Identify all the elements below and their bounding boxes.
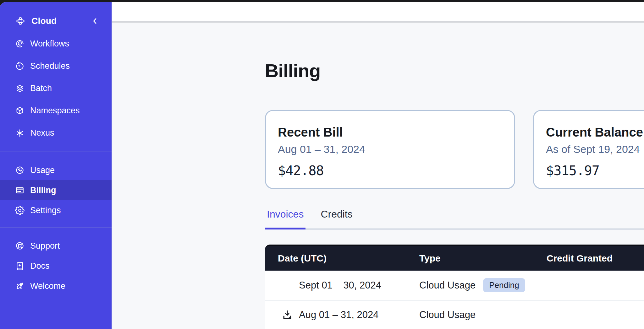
sidebar-item-label: Welcome — [30, 281, 65, 291]
invoice-date: Aug 01 – 31, 2024 — [299, 309, 378, 321]
sidebar-item-welcome[interactable]: Welcome — [0, 276, 112, 296]
table-row: Aug 01 – 31, 2024 Cloud Usage — [265, 300, 644, 329]
invoice-type-cell: Cloud Usage Pending — [419, 278, 540, 292]
card-title: Current Balance — [546, 125, 644, 139]
temporal-logo-icon — [15, 16, 26, 26]
card-date-range: Aug 01 – 31, 2024 — [278, 143, 502, 155]
namespaces-cube-icon — [15, 106, 25, 116]
sidebar-item-label: Support — [30, 241, 60, 251]
sidebar-item-usage[interactable]: Usage — [0, 160, 112, 180]
download-icon — [282, 309, 293, 321]
app-window: Cloud Workflows — [0, 2, 644, 329]
sidebar-item-billing[interactable]: Billing — [0, 180, 112, 200]
card-date-range: As of Sept 19, 2024 — [546, 143, 644, 155]
sidebar-brand: Cloud — [0, 9, 112, 33]
main-content: Billing Recent Bill Aug 01 – 31, 2024 $4… — [112, 2, 644, 329]
sidebar-item-label: Namespaces — [30, 106, 80, 116]
sidebar-item-label: Settings — [30, 206, 61, 215]
sidebar-item-workflows[interactable]: Workflows — [0, 33, 112, 55]
sidebar-item-settings[interactable]: Settings — [0, 200, 112, 220]
sidebar-item-label: Workflows — [30, 39, 69, 49]
sidebar-item-nexus[interactable]: Nexus — [0, 122, 112, 144]
column-header-credit-granted: Credit Granted — [540, 253, 644, 264]
sidebar-item-label: Usage — [30, 165, 55, 175]
welcome-rocket-icon — [15, 281, 25, 291]
sidebar-collapse-button[interactable] — [90, 16, 100, 26]
settings-gear-icon — [15, 206, 25, 215]
card-amount: $42.88 — [278, 163, 502, 178]
brand-label: Cloud — [31, 16, 57, 26]
download-placeholder — [282, 280, 293, 291]
recent-bill-card: Recent Bill Aug 01 – 31, 2024 $42.88 — [265, 110, 515, 189]
support-lifebuoy-icon — [15, 241, 25, 251]
sidebar-item-support[interactable]: Support — [0, 236, 112, 256]
invoice-date-cell: Sept 01 – 30, 2024 — [265, 280, 419, 291]
summary-cards: Recent Bill Aug 01 – 31, 2024 $42.88 Cur… — [265, 110, 644, 189]
sidebar-item-label: Batch — [30, 84, 52, 93]
download-invoice-button[interactable] — [282, 309, 293, 321]
tab-invoices[interactable]: Invoices — [265, 208, 305, 229]
invoice-type: Cloud Usage — [419, 309, 476, 321]
batch-layers-icon — [15, 84, 25, 93]
invoice-date-cell: Aug 01 – 31, 2024 — [265, 309, 419, 321]
workflows-icon — [15, 39, 25, 49]
sidebar-item-docs[interactable]: Docs — [0, 256, 112, 276]
status-badge: Pending — [483, 278, 525, 292]
sidebar-item-label: Schedules — [30, 61, 70, 71]
invoice-date: Sept 01 – 30, 2024 — [299, 280, 381, 291]
billing-page: Billing Recent Bill Aug 01 – 31, 2024 $4… — [112, 23, 644, 329]
sidebar: Cloud Workflows — [0, 2, 112, 329]
column-header-date: Date (UTC) — [265, 253, 419, 264]
table-header-row: Date (UTC) Type Credit Granted — [265, 245, 644, 271]
card-amount: $315.97 — [546, 163, 644, 178]
sidebar-item-label: Docs — [30, 261, 50, 271]
schedules-icon — [15, 62, 25, 71]
current-balance-card: Current Balance As of Sept 19, 2024 $315… — [533, 110, 644, 189]
sidebar-item-namespaces[interactable]: Namespaces — [0, 100, 112, 122]
table-row: Sept 01 – 30, 2024 Cloud Usage Pending — [265, 271, 644, 300]
sidebar-item-batch[interactable]: Batch — [0, 77, 112, 100]
billing-tabs: Invoices Credits — [265, 208, 644, 229]
usage-gauge-icon — [15, 165, 25, 175]
docs-book-icon — [15, 261, 25, 271]
invoices-table: Date (UTC) Type Credit Granted Sept 01 –… — [265, 245, 644, 329]
sidebar-item-label: Billing — [30, 186, 56, 195]
sidebar-item-schedules[interactable]: Schedules — [0, 55, 112, 77]
invoice-type: Cloud Usage — [419, 280, 476, 291]
page-title: Billing — [265, 60, 644, 82]
nexus-asterisk-icon — [15, 128, 25, 138]
card-title: Recent Bill — [278, 125, 502, 139]
column-header-type: Type — [419, 253, 540, 264]
tab-credits[interactable]: Credits — [319, 208, 354, 229]
billing-card-icon — [15, 186, 25, 195]
chevron-left-icon — [90, 16, 100, 26]
top-bar — [112, 2, 644, 23]
sidebar-item-label: Nexus — [30, 128, 54, 138]
invoice-type-cell: Cloud Usage — [419, 309, 540, 321]
